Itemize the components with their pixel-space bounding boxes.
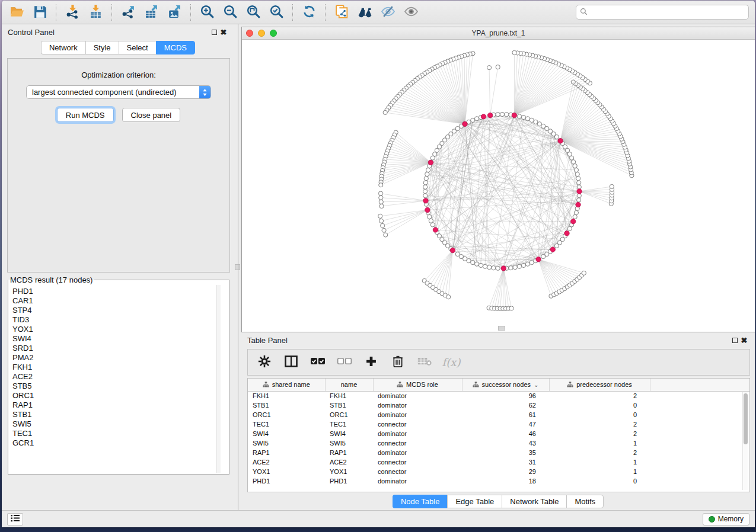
- table-cell[interactable]: ACE2: [325, 457, 373, 467]
- graph-node[interactable]: [378, 191, 382, 196]
- tab-edge-table[interactable]: Edge Table: [447, 495, 502, 508]
- result-node[interactable]: STB5: [12, 382, 229, 391]
- graph-node[interactable]: [513, 265, 517, 270]
- mcds-hub-node[interactable]: [558, 139, 563, 143]
- table-row[interactable]: SWI4SWI4dominator462: [248, 429, 749, 438]
- tab-node-table[interactable]: Node Table: [393, 495, 448, 508]
- graph-node[interactable]: [576, 177, 580, 181]
- table-cell[interactable]: connector: [373, 419, 462, 429]
- save-session-button[interactable]: [31, 4, 49, 21]
- graph-node[interactable]: [379, 196, 383, 200]
- column-header-successor-nodes[interactable]: successor nodes⌄: [462, 379, 549, 391]
- table-cell[interactable]: SWI4: [248, 429, 325, 438]
- result-node[interactable]: TEC1: [12, 429, 229, 438]
- table-cell[interactable]: dominator: [373, 448, 462, 457]
- graph-node[interactable]: [382, 228, 386, 232]
- table-cell[interactable]: YOX1: [325, 467, 373, 476]
- zoom-in-button[interactable]: [198, 4, 216, 21]
- table-row[interactable]: FKH1FKH1dominator962: [248, 391, 749, 400]
- tab-select[interactable]: Select: [119, 41, 156, 55]
- tab-network-table[interactable]: Network Table: [502, 495, 566, 508]
- network-window-titlebar[interactable]: YPA_prune.txt_1: [242, 27, 755, 40]
- zoom-fit-button[interactable]: [244, 4, 262, 21]
- table-cell[interactable]: 18: [462, 476, 549, 486]
- graph-node[interactable]: [496, 65, 500, 69]
- mcds-hub-node[interactable]: [462, 121, 467, 126]
- graph-node[interactable]: [378, 214, 382, 218]
- graph-node[interactable]: [424, 177, 428, 181]
- graph-node[interactable]: [573, 214, 577, 219]
- result-node[interactable]: SWI4: [12, 334, 229, 344]
- graph-node[interactable]: [529, 261, 534, 265]
- table-cell[interactable]: dominator: [373, 400, 462, 410]
- graph-node[interactable]: [483, 264, 487, 268]
- node-table[interactable]: shared namenameMCDS rolesuccessor nodes⌄…: [248, 379, 749, 486]
- column-header-predecessor-nodes[interactable]: predecessor nodes: [549, 379, 650, 391]
- graph-node[interactable]: [517, 114, 521, 118]
- result-node[interactable]: STP4: [12, 306, 229, 315]
- float-panel-button[interactable]: [209, 27, 219, 37]
- table-cell[interactable]: 2: [549, 429, 650, 438]
- table-row[interactable]: PHD1PHD1dominator180: [248, 476, 749, 486]
- show-graphics-details-button[interactable]: [402, 4, 420, 21]
- graph-node[interactable]: [500, 112, 504, 116]
- delete-table-button[interactable]: [416, 354, 433, 371]
- graph-node[interactable]: [574, 210, 578, 214]
- table-cell[interactable]: ACE2: [248, 457, 325, 467]
- table-scrollbar[interactable]: [742, 392, 748, 490]
- mcds-hub-node[interactable]: [428, 160, 433, 165]
- hide-graphics-details-button[interactable]: [379, 4, 397, 21]
- table-cell[interactable]: 61: [462, 410, 549, 419]
- float-table-panel-button[interactable]: [730, 335, 739, 345]
- table-row[interactable]: SWI5SWI5connector431: [248, 438, 749, 448]
- result-node[interactable]: CAR1: [12, 296, 229, 306]
- graph-node[interactable]: [467, 259, 471, 263]
- find-button[interactable]: [356, 4, 374, 21]
- table-row[interactable]: STB1STB1dominator620: [248, 400, 749, 410]
- result-node[interactable]: PMA2: [12, 353, 229, 363]
- graph-node[interactable]: [430, 223, 435, 227]
- table-cell[interactable]: connector: [373, 438, 462, 448]
- mcds-hub-node[interactable]: [576, 202, 580, 207]
- mcds-hub-node[interactable]: [570, 219, 575, 224]
- graph-node[interactable]: [384, 233, 388, 237]
- graph-node[interactable]: [521, 263, 525, 267]
- table-cell[interactable]: PHD1: [248, 476, 325, 486]
- function-builder-button[interactable]: f(x): [443, 354, 460, 371]
- add-column-button[interactable]: [363, 354, 379, 371]
- graph-node[interactable]: [426, 168, 430, 172]
- result-node[interactable]: YOX1: [12, 325, 229, 334]
- table-cell[interactable]: RAP1: [248, 448, 325, 457]
- result-scrollbar[interactable]: [216, 285, 221, 473]
- table-cell[interactable]: dominator: [373, 391, 462, 400]
- network-graph[interactable]: [242, 40, 755, 331]
- mcds-hub-node[interactable]: [550, 247, 555, 252]
- graph-node[interactable]: [505, 113, 509, 117]
- task-history-button[interactable]: [7, 513, 23, 525]
- table-cell[interactable]: FKH1: [248, 391, 325, 400]
- table-cell[interactable]: dominator: [373, 410, 462, 419]
- graph-node[interactable]: [474, 262, 479, 266]
- table-cell[interactable]: TEC1: [248, 419, 325, 429]
- graph-node[interactable]: [379, 204, 384, 208]
- optimization-criterion-select[interactable]: largest connected component (undirected): [26, 85, 211, 99]
- mcds-hub-node[interactable]: [577, 189, 582, 194]
- graph-node[interactable]: [582, 271, 586, 275]
- table-cell[interactable]: 46: [462, 429, 549, 438]
- table-cell[interactable]: SWI5: [248, 438, 325, 448]
- mcds-hub-node[interactable]: [425, 207, 430, 212]
- export-image-button[interactable]: [165, 4, 183, 21]
- table-cell[interactable]: ORC1: [248, 410, 325, 419]
- table-cell[interactable]: SWI4: [325, 429, 373, 438]
- table-cell[interactable]: connector: [373, 467, 462, 476]
- graph-node[interactable]: [525, 262, 529, 266]
- result-node[interactable]: ORC1: [12, 391, 229, 400]
- graph-node[interactable]: [423, 185, 428, 189]
- mcds-hub-node[interactable]: [450, 248, 455, 252]
- graph-node[interactable]: [446, 295, 451, 299]
- run-mcds-button[interactable]: Run MCDS: [57, 108, 114, 122]
- table-cell[interactable]: 1: [549, 438, 650, 448]
- graph-node[interactable]: [529, 118, 534, 122]
- graph-node[interactable]: [429, 219, 433, 223]
- table-cell[interactable]: dominator: [373, 476, 462, 486]
